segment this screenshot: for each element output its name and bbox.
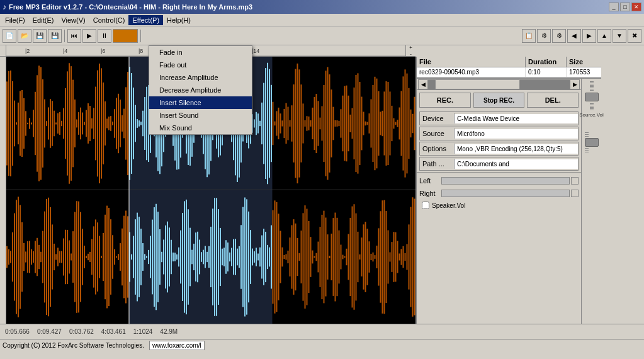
app-icon: ♪ — [3, 3, 6, 11]
zoom-out-button[interactable]: - — [410, 51, 412, 57]
col-duration: Duration — [526, 57, 567, 67]
menu-edit[interactable]: Edit(E) — [29, 15, 58, 25]
waveform-area[interactable]: /* rendered below */ Fade in Fade out In… — [6, 57, 415, 324]
close-button[interactable]: ✕ — [631, 3, 641, 11]
stats-row: 0:05.666 0:09.427 0:03.762 4:03.461 1:10… — [0, 324, 644, 339]
del-button[interactable]: DEL. — [527, 93, 579, 108]
right-sliders: Source.Vol — [581, 79, 601, 324]
menu-item-decrease-amp[interactable]: Decrease Amplitude — [149, 84, 252, 96]
tick14 — [590, 110, 594, 110]
tick5 — [590, 86, 594, 87]
svg-text:|8: |8 — [138, 48, 143, 54]
source-value: Micrófono — [455, 129, 578, 139]
track-labels — [0, 57, 6, 324]
menu-file[interactable]: File(F) — [1, 15, 29, 25]
open-button[interactable]: 📂 — [18, 29, 31, 43]
col-size: Size — [567, 57, 601, 67]
stop-rec-button[interactable]: Stop REC. — [473, 93, 525, 108]
options-value: Mono ,VBR Encoding (256,128,Qty:5) — [455, 144, 578, 154]
stat-time4: 4:03.461 — [101, 328, 126, 335]
path-label[interactable]: Path ... — [420, 159, 455, 169]
zoom-tool7[interactable]: ▼ — [613, 29, 626, 43]
tick4 — [590, 85, 594, 86]
rec-button[interactable]: REC. — [419, 93, 471, 108]
tick8 — [590, 90, 594, 91]
file-scrollbar[interactable]: ◀ ▶ — [417, 79, 581, 90]
play-button[interactable]: ▶ — [82, 29, 96, 43]
main-content: /* rendered below */ Fade in Fade out In… — [0, 57, 644, 324]
minimize-button[interactable]: _ — [609, 3, 619, 11]
stat-samples: 1:1024 — [133, 328, 153, 335]
sep2 — [140, 30, 141, 42]
menu-item-fade-out[interactable]: Fade out — [149, 59, 252, 71]
save-as-button[interactable]: 💾 — [48, 29, 62, 43]
menu-item-increase-amp[interactable]: Increase Amplitude — [149, 71, 252, 84]
source-vol-label: Source.Vol — [579, 112, 604, 118]
zoom-in-button[interactable]: + — [409, 45, 412, 50]
zoom-tool2[interactable]: ⚙ — [537, 29, 551, 43]
save-button[interactable]: 💾 — [33, 29, 47, 43]
file-duration: 0:10 — [526, 67, 567, 77]
stat-time3: 0:03.762 — [69, 328, 94, 335]
zoom-tool6[interactable]: ▲ — [597, 29, 611, 43]
tick3 — [590, 84, 594, 84]
rec-buttons: REC. Stop REC. DEL. — [417, 90, 581, 110]
zoom-tool4[interactable]: ◀ — [567, 29, 581, 43]
menu-item-insert-sound[interactable]: Insert Sound — [149, 109, 252, 122]
menu-view[interactable]: View(V) — [57, 15, 89, 25]
right-level-row: Right — [419, 188, 579, 199]
scroll-right-btn[interactable]: ▶ — [570, 79, 580, 89]
tick18 — [585, 148, 589, 149]
right-label: Right — [419, 190, 441, 197]
svg-text:|14: |14 — [252, 48, 259, 54]
menu-help[interactable]: Help(H) — [163, 15, 195, 25]
tick7 — [590, 89, 594, 89]
scroll-track[interactable] — [428, 79, 570, 89]
menu-item-insert-silence[interactable]: Insert Silence — [149, 96, 252, 109]
stat-time1: 0:05.666 — [5, 328, 30, 335]
right-level-bar — [441, 190, 570, 197]
left-slider-btn[interactable] — [571, 177, 579, 185]
path-row: Path ... C:\Documents and — [419, 157, 579, 171]
maximize-button[interactable]: □ — [620, 3, 630, 11]
stat-time2: 0:09.427 — [37, 328, 62, 335]
menu-item-mix-sound[interactable]: Mix Sound — [149, 122, 252, 134]
right-slider-btn[interactable] — [571, 190, 579, 197]
options-row: Options Mono ,VBR Encoding (256,128,Qty:… — [419, 142, 579, 156]
scroll-left-btn[interactable]: ◀ — [418, 79, 428, 89]
device-label: Device — [420, 113, 455, 123]
toolbar: 📄 📂 💾 💾 ⏮ ▶ ⏸ 📋 ⚙ ⚙ ◀ ▶ ▲ ▼ ✖ — [0, 26, 644, 45]
tick15 — [585, 132, 589, 133]
zoom-tool3[interactable]: ⚙ — [552, 29, 566, 43]
zoom-tool8[interactable]: ✖ — [628, 29, 641, 43]
stat-size: 42.9M — [160, 328, 178, 335]
window-controls: _ □ ✕ — [609, 3, 641, 11]
menu-control[interactable]: Control(C) — [89, 15, 129, 25]
tick10 — [590, 105, 594, 105]
speaker-vol-checkbox[interactable] — [422, 202, 429, 209]
website-link[interactable]: www.foxarc.com/l — [149, 341, 205, 350]
pause-button[interactable]: ⏸ — [98, 29, 111, 43]
tick17 — [585, 136, 589, 137]
left-level-bar — [441, 177, 570, 185]
vol-knob2[interactable] — [585, 138, 599, 147]
zoom-tool1[interactable]: 📋 — [522, 29, 536, 43]
skip-start-button[interactable]: ⏮ — [67, 29, 81, 43]
file-list-row[interactable]: rec0329-090540.mp3 0:10 170553 — [417, 67, 601, 77]
new-button[interactable]: 📄 — [3, 29, 16, 43]
stop-button[interactable] — [113, 29, 138, 43]
file-name: rec0329-090540.mp3 — [417, 67, 526, 77]
scroll-thumb[interactable] — [435, 79, 520, 89]
svg-text:|2: |2 — [25, 48, 30, 54]
zoom-tool5[interactable]: ▶ — [582, 29, 596, 43]
source-vol-knob[interactable] — [585, 93, 599, 101]
options-label: Options — [420, 144, 455, 154]
svg-text:|4: |4 — [63, 48, 67, 54]
col-file: File — [417, 57, 526, 67]
tick16 — [585, 134, 589, 135]
speaker-vol-row: Speaker.Vol — [419, 200, 579, 210]
menu-effect[interactable]: Effect(P) — [128, 15, 163, 25]
right-content: ◀ ▶ REC. Stop REC. DEL. Device C-Media W… — [417, 79, 581, 324]
copyright-text: Copyright (C) 2012 FoxArc Software Techn… — [3, 342, 144, 349]
file-list: File Duration Size rec0329-090540.mp3 0:… — [417, 57, 601, 79]
